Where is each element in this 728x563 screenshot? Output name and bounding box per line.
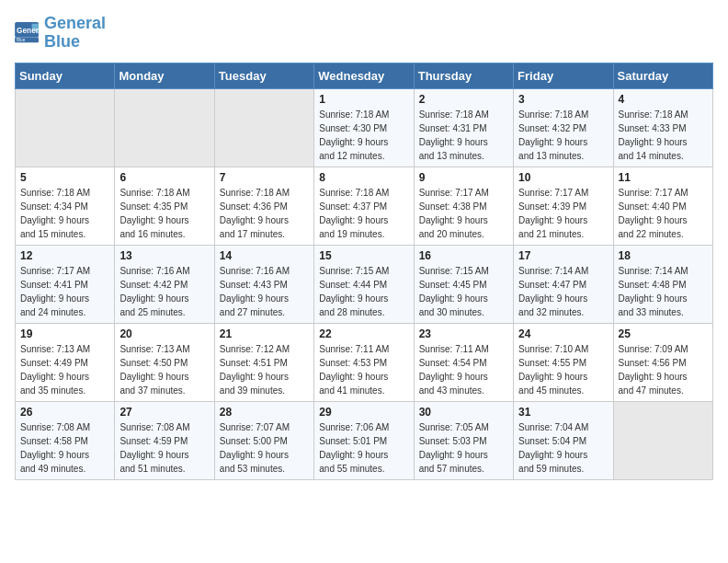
calendar-cell: 17Sunrise: 7:14 AM Sunset: 4:47 PM Dayli… <box>514 245 613 323</box>
calendar-cell: 2Sunrise: 7:18 AM Sunset: 4:31 PM Daylig… <box>414 88 513 167</box>
day-number: 22 <box>319 327 408 340</box>
day-info: Sunrise: 7:17 AM Sunset: 4:38 PM Dayligh… <box>419 186 508 241</box>
page-header: General Blue General Blue <box>15 15 713 52</box>
calendar-cell: 30Sunrise: 7:05 AM Sunset: 5:03 PM Dayli… <box>414 401 513 479</box>
calendar-cell: 26Sunrise: 7:08 AM Sunset: 4:58 PM Dayli… <box>16 401 115 479</box>
day-number: 4 <box>619 93 708 106</box>
day-info: Sunrise: 7:18 AM Sunset: 4:32 PM Dayligh… <box>518 108 608 163</box>
day-number: 21 <box>220 327 309 340</box>
day-number: 26 <box>20 406 109 419</box>
calendar-header: SundayMondayTuesdayWednesdayThursdayFrid… <box>16 63 713 88</box>
day-number: 10 <box>518 171 608 184</box>
calendar-cell: 22Sunrise: 7:11 AM Sunset: 4:53 PM Dayli… <box>314 323 414 401</box>
day-number: 18 <box>619 249 708 262</box>
calendar-cell: 15Sunrise: 7:15 AM Sunset: 4:44 PM Dayli… <box>314 245 414 323</box>
day-info: Sunrise: 7:05 AM Sunset: 5:03 PM Dayligh… <box>419 420 508 476</box>
day-info: Sunrise: 7:18 AM Sunset: 4:37 PM Dayligh… <box>319 186 408 241</box>
day-info: Sunrise: 7:18 AM Sunset: 4:36 PM Dayligh… <box>220 186 309 241</box>
day-info: Sunrise: 7:14 AM Sunset: 4:48 PM Dayligh… <box>619 264 708 319</box>
calendar-cell: 21Sunrise: 7:12 AM Sunset: 4:51 PM Dayli… <box>214 323 313 401</box>
calendar-cell: 11Sunrise: 7:17 AM Sunset: 4:40 PM Dayli… <box>613 167 712 245</box>
calendar-week-row: 1Sunrise: 7:18 AM Sunset: 4:30 PM Daylig… <box>16 88 713 167</box>
weekday-header: Tuesday <box>214 63 313 88</box>
calendar-week-row: 5Sunrise: 7:18 AM Sunset: 4:34 PM Daylig… <box>16 167 713 245</box>
day-info: Sunrise: 7:18 AM Sunset: 4:30 PM Dayligh… <box>319 108 408 163</box>
day-info: Sunrise: 7:07 AM Sunset: 5:00 PM Dayligh… <box>220 420 309 476</box>
day-number: 1 <box>319 93 408 106</box>
day-info: Sunrise: 7:15 AM Sunset: 4:44 PM Dayligh… <box>319 264 408 319</box>
weekday-header: Monday <box>115 63 214 88</box>
weekday-header: Wednesday <box>314 63 414 88</box>
day-info: Sunrise: 7:10 AM Sunset: 4:55 PM Dayligh… <box>518 342 608 397</box>
calendar-cell: 5Sunrise: 7:18 AM Sunset: 4:34 PM Daylig… <box>16 167 115 245</box>
day-number: 8 <box>319 171 408 184</box>
calendar-cell: 25Sunrise: 7:09 AM Sunset: 4:56 PM Dayli… <box>613 323 712 401</box>
day-number: 20 <box>119 327 209 340</box>
weekday-header: Thursday <box>414 63 513 88</box>
calendar-cell <box>613 401 712 479</box>
day-info: Sunrise: 7:14 AM Sunset: 4:47 PM Dayligh… <box>518 264 608 319</box>
day-number: 11 <box>619 171 708 184</box>
day-info: Sunrise: 7:11 AM Sunset: 4:53 PM Dayligh… <box>319 342 408 397</box>
day-info: Sunrise: 7:08 AM Sunset: 4:59 PM Dayligh… <box>119 420 209 476</box>
svg-text:Blue: Blue <box>17 38 26 42</box>
calendar-cell <box>16 88 115 167</box>
day-number: 16 <box>419 249 508 262</box>
calendar-cell: 24Sunrise: 7:10 AM Sunset: 4:55 PM Dayli… <box>514 323 613 401</box>
day-info: Sunrise: 7:17 AM Sunset: 4:40 PM Dayligh… <box>619 186 708 241</box>
calendar-cell: 16Sunrise: 7:15 AM Sunset: 4:45 PM Dayli… <box>414 245 513 323</box>
day-number: 27 <box>119 406 209 419</box>
day-number: 24 <box>518 327 608 340</box>
day-number: 7 <box>220 171 309 184</box>
calendar-cell: 3Sunrise: 7:18 AM Sunset: 4:32 PM Daylig… <box>514 88 613 167</box>
day-info: Sunrise: 7:16 AM Sunset: 4:42 PM Dayligh… <box>119 264 209 319</box>
day-number: 28 <box>220 406 309 419</box>
calendar-cell: 12Sunrise: 7:17 AM Sunset: 4:41 PM Dayli… <box>16 245 115 323</box>
calendar-cell: 6Sunrise: 7:18 AM Sunset: 4:35 PM Daylig… <box>115 167 214 245</box>
day-number: 9 <box>419 171 508 184</box>
day-info: Sunrise: 7:09 AM Sunset: 4:56 PM Dayligh… <box>619 342 708 397</box>
calendar-cell: 7Sunrise: 7:18 AM Sunset: 4:36 PM Daylig… <box>214 167 313 245</box>
day-info: Sunrise: 7:13 AM Sunset: 4:50 PM Dayligh… <box>119 342 209 397</box>
day-number: 31 <box>518 406 608 419</box>
day-info: Sunrise: 7:18 AM Sunset: 4:35 PM Dayligh… <box>119 186 209 241</box>
day-number: 6 <box>119 171 209 184</box>
calendar-week-row: 12Sunrise: 7:17 AM Sunset: 4:41 PM Dayli… <box>16 245 713 323</box>
day-number: 19 <box>20 327 109 340</box>
logo: General Blue General Blue <box>15 15 106 52</box>
logo-text: General Blue <box>44 15 106 52</box>
calendar-cell: 9Sunrise: 7:17 AM Sunset: 4:38 PM Daylig… <box>414 167 513 245</box>
day-info: Sunrise: 7:18 AM Sunset: 4:31 PM Dayligh… <box>419 108 508 163</box>
day-number: 17 <box>518 249 608 262</box>
calendar-week-row: 19Sunrise: 7:13 AM Sunset: 4:49 PM Dayli… <box>16 323 713 401</box>
calendar-cell: 23Sunrise: 7:11 AM Sunset: 4:54 PM Dayli… <box>414 323 513 401</box>
calendar-cell <box>214 88 313 167</box>
calendar-body: 1Sunrise: 7:18 AM Sunset: 4:30 PM Daylig… <box>16 88 713 479</box>
calendar-cell: 10Sunrise: 7:17 AM Sunset: 4:39 PM Dayli… <box>514 167 613 245</box>
weekday-header: Sunday <box>16 63 115 88</box>
day-number: 5 <box>20 171 109 184</box>
day-info: Sunrise: 7:11 AM Sunset: 4:54 PM Dayligh… <box>419 342 508 397</box>
day-info: Sunrise: 7:13 AM Sunset: 4:49 PM Dayligh… <box>20 342 109 397</box>
day-number: 29 <box>319 406 408 419</box>
calendar-cell: 31Sunrise: 7:04 AM Sunset: 5:04 PM Dayli… <box>514 401 613 479</box>
day-info: Sunrise: 7:08 AM Sunset: 4:58 PM Dayligh… <box>20 420 109 476</box>
day-number: 15 <box>319 249 408 262</box>
day-info: Sunrise: 7:06 AM Sunset: 5:01 PM Dayligh… <box>319 420 408 476</box>
day-info: Sunrise: 7:04 AM Sunset: 5:04 PM Dayligh… <box>518 420 608 476</box>
calendar-cell: 19Sunrise: 7:13 AM Sunset: 4:49 PM Dayli… <box>16 323 115 401</box>
calendar-cell <box>115 88 214 167</box>
day-number: 13 <box>119 249 209 262</box>
calendar-cell: 20Sunrise: 7:13 AM Sunset: 4:50 PM Dayli… <box>115 323 214 401</box>
calendar-cell: 18Sunrise: 7:14 AM Sunset: 4:48 PM Dayli… <box>613 245 712 323</box>
calendar-week-row: 26Sunrise: 7:08 AM Sunset: 4:58 PM Dayli… <box>16 401 713 479</box>
day-number: 30 <box>419 406 508 419</box>
weekday-header: Friday <box>514 63 613 88</box>
calendar-cell: 14Sunrise: 7:16 AM Sunset: 4:43 PM Dayli… <box>214 245 313 323</box>
weekday-header: Saturday <box>613 63 712 88</box>
calendar-cell: 4Sunrise: 7:18 AM Sunset: 4:33 PM Daylig… <box>613 88 712 167</box>
day-number: 3 <box>518 93 608 106</box>
calendar-cell: 27Sunrise: 7:08 AM Sunset: 4:59 PM Dayli… <box>115 401 214 479</box>
day-number: 2 <box>419 93 508 106</box>
calendar-cell: 28Sunrise: 7:07 AM Sunset: 5:00 PM Dayli… <box>214 401 313 479</box>
